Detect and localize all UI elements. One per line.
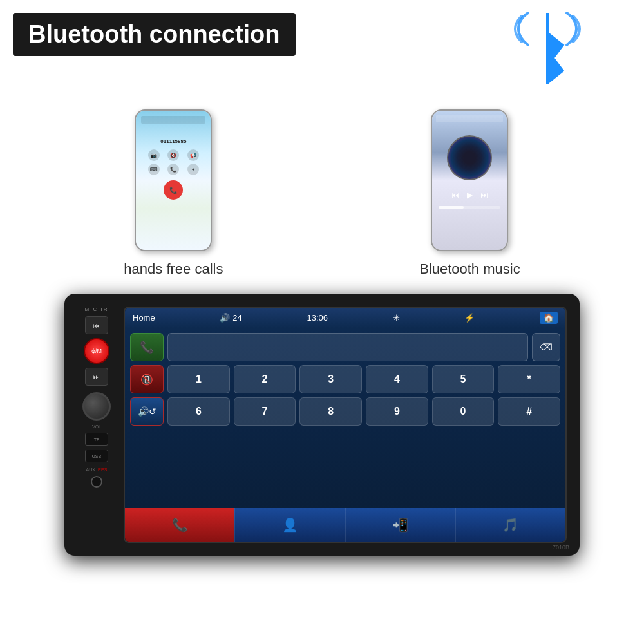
dialer-input[interactable] <box>167 333 528 361</box>
dialer-top: 📞 ⌫ <box>130 333 560 361</box>
backspace-button[interactable]: ⌫ <box>532 333 560 361</box>
key-1[interactable]: 1 <box>167 365 230 393</box>
tf-slot[interactable]: TF <box>85 433 108 446</box>
next-button[interactable]: ⏭ <box>85 368 108 386</box>
key-5[interactable]: 5 <box>432 365 495 393</box>
call-icon-3: 📢 <box>187 149 199 161</box>
screen-bottom: 📞 👤 📲 🎵 <box>125 508 565 542</box>
call-green-button[interactable]: 📞 <box>130 333 164 361</box>
volume-value: 24 <box>232 313 242 323</box>
screen-header: Home 🔊 24 13:06 ✳ ⚡ 🏠 <box>125 308 565 328</box>
model-label: 7010B <box>553 544 569 551</box>
aux-res-row: AUX RES <box>86 468 108 472</box>
music-icon: 🎵 <box>502 517 518 533</box>
usb-slot[interactable]: USB <box>85 450 108 462</box>
phone-icon: 📞 <box>140 340 154 354</box>
power-mode-label: ϕ/M <box>91 348 102 354</box>
top-section: Bluetooth connection <box>0 0 644 97</box>
music-controls: ⏮ ▶ ⏭ <box>436 187 503 204</box>
call-transfer-icon: 📲 <box>392 517 408 533</box>
mic-ir-label: MIC IR <box>85 307 109 312</box>
speaker-icon: 🔊 <box>220 313 230 323</box>
bluetooth-icon-container <box>509 6 586 90</box>
page-title: Bluetooth connection <box>28 21 280 48</box>
contacts-icon: 👤 <box>282 517 298 533</box>
volume-display: 🔊 24 <box>220 313 242 323</box>
call-icon-5: 📞 <box>167 164 179 175</box>
key-8[interactable]: 8 <box>299 397 362 426</box>
key-6[interactable]: 6 <box>167 397 230 426</box>
end-call-icon: 📵 <box>140 374 153 386</box>
volume-knob[interactable] <box>82 392 111 421</box>
car-unit: MIC IR ⏮ ϕ/M ⏭ VOL TF USB AUX RES <box>64 294 580 556</box>
call-icon-2: 🔇 <box>167 149 179 161</box>
svg-marker-0 <box>547 13 564 84</box>
speaker-icon-btn: 🔊↺ <box>138 406 156 417</box>
home-label: Home <box>133 313 155 323</box>
keypad-row-1: 📵 1 2 3 4 5 * <box>130 365 560 393</box>
usb-icon: USB <box>92 454 101 459</box>
end-call-btn[interactable]: 📞 <box>164 180 183 200</box>
speaker-button[interactable]: 🔊↺ <box>130 397 164 426</box>
prev-icon[interactable]: ⏮ <box>451 191 459 200</box>
call-icon-1: 📷 <box>148 149 160 161</box>
phone-group-music: ⏮ ▶ ⏭ Bluetooth music <box>419 109 520 278</box>
phones-section: 011115885 📷 🔇 📢 ⌨ 📞 + 📞 hands free calls <box>0 103 644 284</box>
key-star[interactable]: * <box>498 365 560 393</box>
home-icon[interactable]: 🏠 <box>540 312 558 324</box>
call-icons: 📷 🔇 📢 <box>144 149 203 161</box>
next-icon[interactable]: ⏭ <box>480 191 488 200</box>
contacts-button[interactable]: 👤 <box>234 508 345 542</box>
aux-label: AUX <box>86 468 95 472</box>
title-box: Bluetooth connection <box>13 13 296 56</box>
call-icons-2: ⌨ 📞 + <box>144 164 203 175</box>
call-transfer-button[interactable]: 📲 <box>345 508 455 542</box>
res-label: RES <box>98 468 107 472</box>
bluetooth-music-label: Bluetooth music <box>419 261 520 278</box>
brightness-icon: ✳ <box>393 313 400 323</box>
car-unit-section: MIC IR ⏮ ϕ/M ⏭ VOL TF USB AUX RES <box>0 284 644 565</box>
music-button[interactable]: 🎵 <box>455 508 565 542</box>
bluetooth-icon <box>509 6 586 90</box>
bluetooth-status-icon: ⚡ <box>464 313 475 323</box>
key-0[interactable]: 0 <box>432 397 495 426</box>
phone-music-image: ⏮ ▶ ⏭ <box>431 109 508 251</box>
phone-call-screen: 011115885 📷 🔇 📢 ⌨ 📞 + 📞 <box>136 111 211 250</box>
vol-label: VOL <box>92 424 101 429</box>
call-bottom-button[interactable]: 📞 <box>125 508 234 542</box>
aux-jack <box>91 476 102 488</box>
key-7[interactable]: 7 <box>234 397 296 426</box>
call-screen-content: 011115885 📷 🔇 📢 ⌨ 📞 + 📞 <box>141 126 205 202</box>
time-display: 13:06 <box>307 313 328 323</box>
key-9[interactable]: 9 <box>366 397 428 426</box>
progress-bar <box>439 206 500 209</box>
left-panel: MIC IR ⏮ ϕ/M ⏭ VOL TF USB AUX RES <box>77 307 116 543</box>
call-icon-6: + <box>187 164 199 175</box>
phone-group-calls: 011115885 📷 🔇 📢 ⌨ 📞 + 📞 hands free calls <box>124 109 223 278</box>
key-3[interactable]: 3 <box>299 365 362 393</box>
dialer: 📞 ⌫ 📵 1 2 3 <box>130 333 560 426</box>
screen-body: 📞 ⌫ 📵 1 2 3 <box>125 328 565 508</box>
tf-label: TF <box>94 437 100 442</box>
call-icon-4: ⌨ <box>148 164 160 175</box>
prev-button[interactable]: ⏮ <box>85 316 108 334</box>
keypad-row-2: 🔊↺ 6 7 8 9 0 # <box>130 397 560 426</box>
call-bottom-icon: 📞 <box>172 517 188 533</box>
key-2[interactable]: 2 <box>234 365 296 393</box>
phone-music-screen: ⏮ ▶ ⏭ <box>432 111 507 250</box>
key-4[interactable]: 4 <box>366 365 428 393</box>
key-hash[interactable]: # <box>498 397 560 426</box>
phone-calls-image: 011115885 📷 🔇 📢 ⌨ 📞 + 📞 <box>135 109 212 251</box>
music-disc <box>447 135 492 180</box>
play-icon[interactable]: ▶ <box>467 191 473 200</box>
end-call-button[interactable]: 📵 <box>130 365 164 393</box>
call-number: 011115885 <box>144 138 203 144</box>
hands-free-label: hands free calls <box>124 261 223 278</box>
car-unit-inner: MIC IR ⏮ ϕ/M ⏭ VOL TF USB AUX RES <box>77 307 567 543</box>
car-screen: Home 🔊 24 13:06 ✳ ⚡ 🏠 <box>124 307 567 543</box>
power-mode-button[interactable]: ϕ/M <box>84 338 109 364</box>
status-bar <box>141 116 205 124</box>
music-status-bar <box>436 115 503 122</box>
progress-fill <box>439 206 463 209</box>
